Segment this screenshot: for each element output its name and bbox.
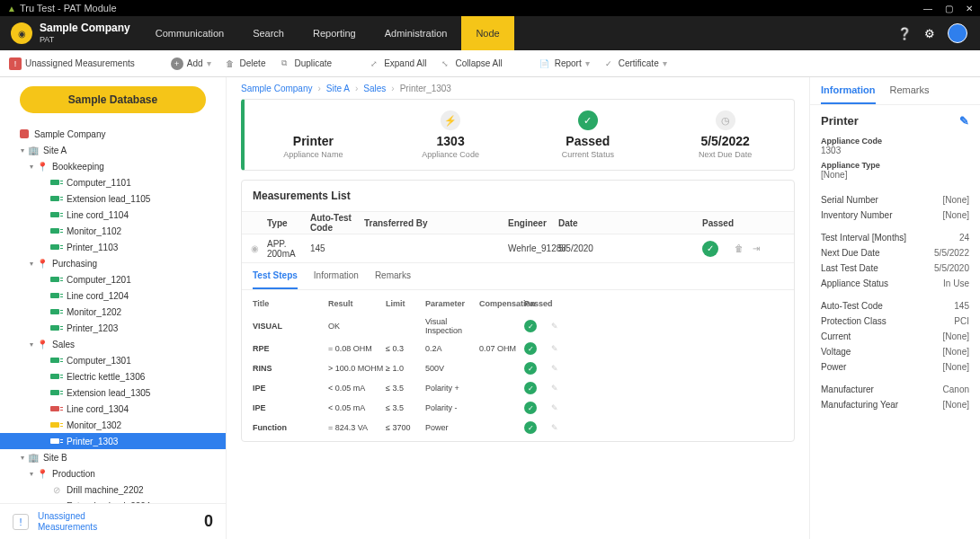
unassigned-label[interactable]: UnassignedMeasurements	[38, 511, 97, 532]
info-title: Printer	[821, 114, 859, 128]
subtab-remarks[interactable]: Remarks	[375, 263, 411, 289]
nav-node[interactable]: Node	[461, 16, 513, 50]
step-edit-icon[interactable]: ✎	[551, 423, 578, 432]
panel-current-status: ✓PassedCurrent Status	[520, 110, 657, 159]
info-row: Next Due Date5/5/2022	[821, 245, 969, 261]
tree-node[interactable]: Printer_1103	[0, 239, 226, 255]
step-edit-icon[interactable]: ✎	[551, 322, 578, 331]
info-group: Appliance Type[None]	[821, 161, 969, 180]
step-edit-icon[interactable]: ✎	[551, 364, 578, 373]
info-tab-information[interactable]: Information	[821, 77, 876, 104]
step-pass-icon: ✓	[524, 362, 537, 375]
export-row-icon[interactable]: ⇥	[753, 243, 760, 253]
panel-appliance-code: ⚡1303Appliance Code	[382, 110, 520, 159]
tree-node[interactable]: Computer_1201	[0, 271, 226, 287]
tree-node[interactable]: Computer_1101	[0, 174, 226, 190]
step-pass-icon: ✓	[524, 421, 537, 434]
brand-sub: PAT	[40, 35, 130, 45]
tree-node[interactable]: Printer_1303	[0, 433, 226, 449]
step-pass-icon: ✓	[524, 402, 537, 414]
tree-node[interactable]: ▾📍Sales	[0, 336, 226, 352]
tree-node[interactable]: ▾🏢Site A	[0, 142, 226, 158]
tree-node[interactable]: Line cord_1204	[0, 287, 226, 304]
measurement-row[interactable]: ◉ APP. 200mA 145 Wehrle_91288 5/5/2020 ✓…	[242, 234, 794, 263]
tree-node[interactable]: Line cord_1104	[0, 207, 226, 223]
window-title: Tru Test - PAT Module	[20, 3, 117, 13]
brand-name: Sample Company	[40, 22, 130, 34]
info-row: Appliance StatusIn Use	[821, 276, 969, 291]
panel-appliance-name: PrinterAppliance Name	[245, 110, 382, 159]
tree-node[interactable]: Monitor_1302	[0, 417, 226, 433]
info-row: Test Interval [Months]24	[821, 230, 969, 245]
info-row: Last Test Date5/5/2020	[821, 261, 969, 276]
panel-next-due-date: ◷5/5/2022Next Due Date	[656, 110, 794, 159]
step-edit-icon[interactable]: ✎	[551, 384, 578, 393]
tree-node[interactable]: Extension lead_1305	[0, 384, 226, 401]
subtab-information[interactable]: Information	[314, 263, 359, 289]
edit-icon[interactable]: ✎	[959, 114, 969, 128]
tree-node[interactable]: ▾📍Production	[0, 465, 226, 482]
info-row: Auto-Test Code145	[821, 298, 969, 314]
report-button[interactable]: 📄Report ▾	[539, 57, 590, 70]
tree-node[interactable]: Monitor_1102	[0, 223, 226, 239]
step-row: RINS> 100.0 MOHM≥ 1.0500V✓✎	[253, 358, 783, 378]
breadcrumb-current: Printer_1303	[400, 84, 451, 93]
close-button[interactable]: ✕	[966, 4, 973, 13]
info-group: Appliance Code1303	[821, 137, 969, 155]
breadcrumb-link[interactable]: Site A	[326, 84, 350, 93]
passed-icon: ✓	[702, 241, 718, 257]
row-expand-icon[interactable]: ◉	[242, 243, 267, 253]
settings-icon[interactable]: ⚙	[924, 27, 935, 40]
step-row: Function= 824.3 VA≤ 3700Power✓✎	[253, 418, 783, 437]
info-tab-remarks[interactable]: Remarks	[890, 77, 930, 104]
info-row: Protection ClassPCI	[821, 314, 969, 329]
tree-node[interactable]: ▾📍Bookkeeping	[0, 158, 226, 174]
collapse-all-button[interactable]: ⤡Collapse All	[439, 57, 502, 70]
step-row: RPE= 0.08 OHM≤ 0.30.2A0.07 OHM✓✎	[253, 339, 783, 358]
nav-reporting[interactable]: Reporting	[298, 16, 370, 50]
step-row: IPE< 0.05 mA≤ 3.5Polarity -✓✎	[253, 398, 783, 418]
info-row: Voltage[None]	[821, 344, 969, 359]
tree-node[interactable]: Monitor_1202	[0, 304, 226, 320]
step-row: IPE< 0.05 mA≤ 3.5Polarity +✓✎	[253, 378, 783, 398]
add-button[interactable]: +Add ▾	[171, 57, 211, 70]
breadcrumb-link[interactable]: Sample Company	[241, 84, 312, 93]
tree-node[interactable]: Electric kettle_1306	[0, 368, 226, 384]
user-avatar[interactable]	[948, 23, 967, 43]
delete-button[interactable]: 🗑Delete	[224, 57, 266, 70]
nav-administration[interactable]: Administration	[370, 16, 462, 50]
nav-communication[interactable]: Communication	[141, 16, 238, 50]
expand-all-button[interactable]: ⤢Expand All	[368, 57, 426, 70]
tree-node[interactable]: Computer_1301	[0, 352, 226, 368]
nav-search[interactable]: Search	[238, 16, 298, 50]
tree-node[interactable]: Sample Company	[0, 126, 226, 142]
tree-node[interactable]: Line cord_1304	[0, 401, 226, 417]
info-row: Inventory Number[None]	[821, 208, 969, 223]
tree-node[interactable]: Extension lead_1105	[0, 190, 226, 207]
brand-logo: ◉	[11, 22, 32, 44]
step-edit-icon[interactable]: ✎	[551, 344, 578, 353]
duplicate-button[interactable]: ⧉Duplicate	[278, 57, 332, 70]
tree-node[interactable]: ⊘Drill machine_2202	[0, 482, 226, 498]
tree-node[interactable]: ▾🏢Site B	[0, 449, 226, 465]
unassigned-measurements-button[interactable]: !Unassigned Measurements	[9, 57, 135, 70]
certificate-button[interactable]: ✓Certificate ▾	[602, 57, 667, 70]
tree-node[interactable]: Printer_1203	[0, 320, 226, 336]
maximize-button[interactable]: ▢	[945, 4, 953, 13]
breadcrumb-link[interactable]: Sales	[363, 84, 386, 93]
info-row: Serial Number[None]	[821, 192, 969, 208]
sample-database-button[interactable]: Sample Database	[20, 86, 206, 113]
subtab-test-steps[interactable]: Test Steps	[253, 263, 298, 289]
tree-node[interactable]: ▾📍Purchasing	[0, 255, 226, 271]
step-pass-icon: ✓	[524, 342, 537, 355]
info-row: ManufacturerCanon	[821, 382, 969, 397]
minimize-button[interactable]: —	[923, 4, 932, 13]
step-edit-icon[interactable]: ✎	[551, 403, 578, 412]
step-pass-icon: ✓	[524, 320, 537, 332]
step-pass-icon: ✓	[524, 382, 537, 394]
app-icon: ▲	[7, 4, 16, 13]
step-row: VISUALOKVisual Inspection✓✎	[253, 314, 783, 339]
help-icon[interactable]: ❔	[897, 27, 912, 40]
measurements-title: Measurements List	[242, 181, 794, 211]
delete-row-icon[interactable]: 🗑	[735, 243, 744, 253]
